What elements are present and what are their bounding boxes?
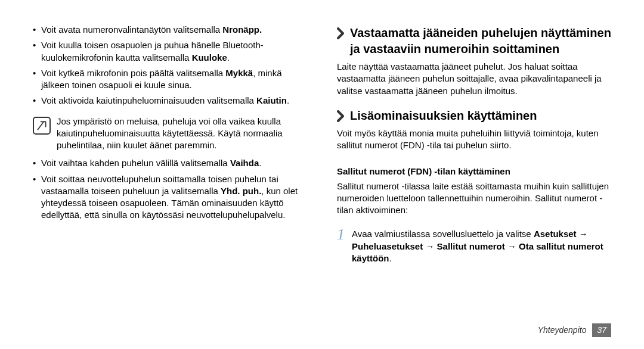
bullet-list-bottom: Voit vaihtaa kahden puhelun välillä vali…: [33, 157, 307, 225]
text: Voit aktivoida kaiutinpuheluominaisuuden…: [41, 95, 256, 105]
page-footer: Yhteydenpito 37: [538, 323, 611, 337]
note-block: Jos ympäristö on meluisa, puheluja voi o…: [33, 116, 307, 152]
arrow: →: [423, 241, 436, 251]
bold: Mykkä: [225, 68, 253, 78]
footer-page-number: 37: [592, 323, 611, 337]
text: Voit avata numeronvalintanäytön valitsem…: [41, 24, 222, 35]
subheading: Sallitut numerot (FDN) -tilan käyttämine…: [337, 166, 611, 177]
bold: Sallitut numerot: [437, 241, 505, 251]
bold: Nronäpp.: [222, 24, 262, 35]
section-heading: Lisäominaisuuksien käyttäminen: [337, 108, 611, 124]
note-text: Jos ympäristö on meluisa, puheluja voi o…: [57, 116, 307, 152]
section-heading: Vastaamatta jääneiden puhelujen näyttämi…: [337, 25, 611, 57]
right-column: Vastaamatta jääneiden puhelujen näyttämi…: [337, 24, 611, 331]
bold: Vaihda: [230, 158, 259, 168]
bullet-item: Voit kytkeä mikrofonin pois päältä valit…: [33, 67, 307, 92]
bold: Puheluasetukset: [352, 241, 423, 251]
chevron-icon: [337, 27, 345, 39]
note-icon: [33, 117, 51, 135]
section-title: Lisäominaisuuksien käyttäminen: [350, 108, 537, 124]
bold: Asetukset: [534, 229, 577, 239]
bullet-item: Voit avata numeronvalintanäytön valitsem…: [33, 24, 307, 36]
bullet-item: Voit kuulla toisen osapuolen ja puhua hä…: [33, 39, 307, 64]
bold: Kuuloke: [192, 52, 227, 63]
chevron-icon: [337, 110, 345, 122]
bold: Yhd. puh.: [221, 186, 261, 196]
text: Voit kuulla toisen osapuolen ja puhua hä…: [41, 40, 264, 62]
bullet-list-top: Voit avata numeronvalintanäytön valitsem…: [33, 24, 307, 111]
bullet-item: Voit aktivoida kaiutinpuheluominaisuuden…: [33, 95, 307, 107]
bold: Kaiutin: [256, 95, 287, 105]
section-title: Vastaamatta jääneiden puhelujen näyttämi…: [350, 25, 611, 57]
paragraph: Voit myös käyttää monia muita puheluihin…: [337, 127, 611, 152]
step-body: Avaa valmiustilassa sovellusluettelo ja …: [352, 228, 611, 264]
step-item: 1 Avaa valmiustilassa sovellusluettelo j…: [337, 228, 611, 264]
paragraph: Laite näyttää vastaamatta jääneet puhelu…: [337, 61, 611, 97]
step-number: 1: [337, 227, 345, 242]
text: Avaa valmiustilassa sovellusluettelo ja …: [352, 229, 534, 239]
text: Voit vaihtaa kahden puhelun välillä vali…: [41, 158, 230, 168]
footer-section-label: Yhteydenpito: [538, 325, 587, 336]
arrow: →: [577, 229, 588, 239]
bullet-item: Voit soittaa neuvottelupuhelun soittamal…: [33, 173, 307, 222]
arrow: →: [505, 241, 519, 251]
left-column: Voit avata numeronvalintanäytön valitsem…: [33, 24, 313, 331]
paragraph: Sallitut numerot -tilassa laite estää so…: [337, 180, 611, 217]
bullet-item: Voit vaihtaa kahden puhelun välillä vali…: [33, 157, 307, 169]
text: Voit kytkeä mikrofonin pois päältä valit…: [41, 68, 225, 78]
